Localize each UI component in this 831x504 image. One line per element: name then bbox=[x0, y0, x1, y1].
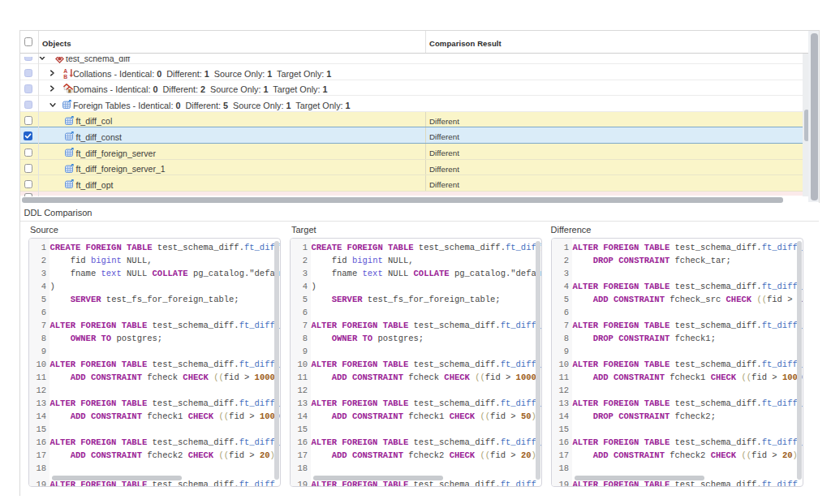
svg-text:A: A bbox=[63, 68, 67, 74]
svg-text:B: B bbox=[63, 74, 67, 79]
